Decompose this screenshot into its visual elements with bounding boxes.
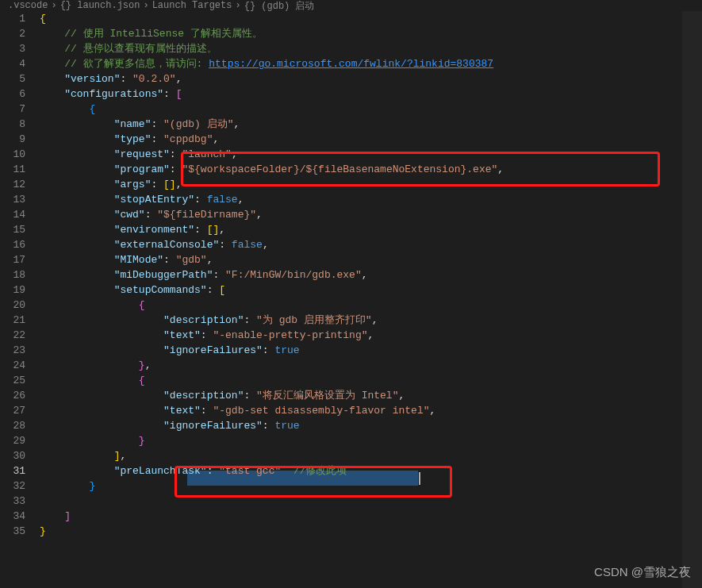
editor[interactable]: 12345 678910 1112131415 1617181920 21222… — [0, 11, 702, 588]
code-area[interactable]: { // 使用 IntelliSense 了解相关属性。 // 悬停以查看现有属… — [40, 11, 702, 588]
chevron-right-icon: › — [235, 0, 240, 11]
chevron-right-icon: › — [143, 0, 148, 11]
cursor — [419, 472, 420, 485]
chevron-right-icon: › — [51, 0, 56, 11]
breadcrumb-path[interactable]: Launch Targets — [152, 0, 232, 11]
gutter: 12345 678910 1112131415 1617181920 21222… — [0, 11, 40, 588]
breadcrumb-file[interactable]: {} launch.json — [60, 0, 140, 11]
breadcrumb-folder[interactable]: .vscode — [8, 0, 48, 11]
breadcrumb[interactable]: .vscode › {} launch.json › Launch Target… — [0, 0, 702, 11]
breadcrumb-path[interactable]: {} (gdb) 启动 — [244, 0, 315, 11]
watermark: CSDN @雪狼之夜 — [594, 565, 691, 580]
minimap[interactable] — [682, 11, 702, 588]
